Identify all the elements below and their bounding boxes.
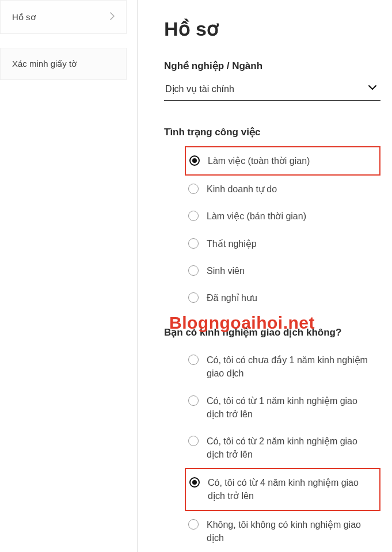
experience-option-2plus[interactable]: Có, tôi có từ 2 năm kinh nghiệm giao dịc… bbox=[185, 428, 380, 468]
radio-label: Làm việc (toàn thời gian) bbox=[208, 154, 310, 167]
radio-icon bbox=[188, 265, 199, 276]
experience-option-1plus[interactable]: Có, tôi có từ 1 năm kinh nghiệm giao dịc… bbox=[185, 387, 380, 428]
employment-radio-group: Làm việc (toàn thời gian) Kinh doanh tự … bbox=[164, 146, 380, 311]
radio-label: Thất nghiệp bbox=[207, 237, 257, 250]
radio-icon bbox=[188, 211, 199, 221]
occupation-select-wrap: Dịch vụ tài chính bbox=[164, 80, 380, 101]
chevron-right-icon bbox=[110, 11, 115, 23]
employment-option-freelance[interactable]: Kinh doanh tự do bbox=[185, 176, 380, 203]
radio-icon bbox=[188, 238, 199, 249]
radio-icon bbox=[188, 436, 199, 446]
radio-label: Có, tôi có chưa đầy 1 năm kinh nghiệm gi… bbox=[207, 353, 377, 380]
sidebar-item-profile[interactable]: Hồ sơ bbox=[0, 0, 127, 34]
radio-icon bbox=[188, 184, 199, 194]
occupation-select[interactable]: Dịch vụ tài chính bbox=[164, 80, 380, 101]
experience-option-none[interactable]: Không, tôi không có kinh nghiệm giao dịc… bbox=[185, 511, 380, 551]
sidebar-item-label: Hồ sơ bbox=[12, 12, 36, 22]
employment-option-parttime[interactable]: Làm việc (bán thời gian) bbox=[185, 203, 380, 230]
experience-label: Bạn có kinh nghiệm giao dịch không? bbox=[164, 326, 380, 338]
employment-option-student[interactable]: Sinh viên bbox=[185, 257, 380, 284]
radio-icon bbox=[188, 395, 199, 406]
radio-label: Có, tôi có từ 4 năm kinh nghiệm giao dịc… bbox=[208, 476, 376, 502]
experience-radio-group: Có, tôi có chưa đầy 1 năm kinh nghiệm gi… bbox=[164, 347, 380, 551]
employment-option-unemployed[interactable]: Thất nghiệp bbox=[185, 230, 380, 257]
radio-icon bbox=[188, 519, 199, 530]
sidebar-item-label: Xác minh giấy tờ bbox=[12, 59, 77, 69]
sidebar: Hồ sơ Xác minh giấy tờ bbox=[0, 0, 127, 552]
vertical-divider bbox=[137, 0, 138, 552]
radio-label: Có, tôi có từ 2 năm kinh nghiệm giao dịc… bbox=[207, 435, 377, 461]
sidebar-item-verify[interactable]: Xác minh giấy tờ bbox=[0, 48, 127, 80]
employment-option-retired[interactable]: Đã nghỉ hưu bbox=[185, 284, 380, 311]
employment-option-fulltime[interactable]: Làm việc (toàn thời gian) bbox=[185, 146, 380, 176]
radio-icon bbox=[188, 292, 199, 303]
radio-label: Kinh doanh tự do bbox=[207, 182, 277, 196]
radio-label: Đã nghỉ hưu bbox=[207, 291, 257, 304]
occupation-label: Nghề nghiệp / Ngành bbox=[164, 60, 380, 72]
radio-label: Sinh viên bbox=[207, 264, 245, 277]
page-title: Hồ sơ bbox=[164, 17, 380, 40]
radio-icon bbox=[189, 155, 200, 166]
experience-option-under1[interactable]: Có, tôi có chưa đầy 1 năm kinh nghiệm gi… bbox=[185, 347, 380, 387]
radio-label: Không, tôi không có kinh nghiệm giao dịc… bbox=[207, 518, 377, 545]
employment-label: Tình trạng công việc bbox=[164, 126, 380, 138]
radio-label: Có, tôi có từ 1 năm kinh nghiệm giao dịc… bbox=[207, 394, 377, 421]
main-content: Hồ sơ Nghề nghiệp / Ngành Dịch vụ tài ch… bbox=[148, 0, 392, 552]
radio-icon bbox=[189, 477, 200, 488]
radio-icon bbox=[188, 355, 199, 365]
experience-option-4plus[interactable]: Có, tôi có từ 4 năm kinh nghiệm giao dịc… bbox=[185, 468, 380, 511]
radio-label: Làm việc (bán thời gian) bbox=[207, 210, 306, 223]
